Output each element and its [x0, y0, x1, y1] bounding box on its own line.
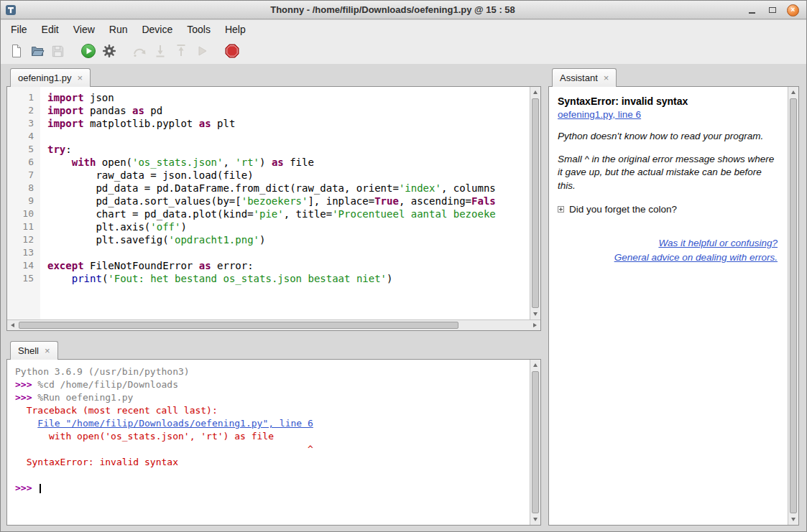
- menubar: FileEditViewRunDeviceToolsHelp: [1, 20, 806, 38]
- tab-shell[interactable]: Shell ×: [10, 341, 58, 360]
- advice-link[interactable]: General advice on dealing with errors.: [614, 252, 778, 263]
- shell-output[interactable]: Python 3.6.9 (/usr/bin/python3)>>> %cd /…: [7, 360, 530, 525]
- shell-tab-label: Shell: [18, 345, 39, 356]
- step-over-button[interactable]: [129, 42, 149, 61]
- scroll-down-arrow-icon[interactable]: [530, 309, 540, 319]
- new-file-icon: [9, 44, 24, 58]
- editor-hscroll-thumb[interactable]: [19, 322, 458, 329]
- shell-text-cursor: [40, 484, 41, 493]
- line-number-gutter: 123456789101112131415: [7, 87, 40, 319]
- scroll-down-arrow-icon[interactable]: [530, 514, 540, 525]
- debug-gear-icon: [102, 44, 116, 58]
- tab-assistant[interactable]: Assistant ×: [552, 68, 617, 87]
- menu-run[interactable]: Run: [102, 22, 135, 37]
- traceback-file-link[interactable]: File "/home/filip/Downloads/oefening1.py…: [37, 418, 313, 429]
- step-out-icon: [174, 44, 188, 58]
- assistant-error-title: SyntaxError: invalid syntax: [558, 95, 778, 107]
- open-folder-icon: [30, 44, 45, 58]
- assistant-explanation-1: Python doesn't know how to read your pro…: [558, 130, 778, 143]
- suggestion-label: Did you forget the colon?: [569, 204, 677, 215]
- suggestion-toggle[interactable]: Did you forget the colon?: [558, 204, 778, 215]
- scroll-up-arrow-icon[interactable]: [788, 87, 798, 98]
- shell-tabrow: Shell ×: [10, 341, 58, 360]
- maximize-icon: [769, 7, 776, 13]
- shell-vscroll-thumb[interactable]: [532, 371, 539, 513]
- step-into-button[interactable]: [150, 42, 170, 61]
- menu-tools[interactable]: Tools: [180, 22, 218, 37]
- scroll-right-arrow-icon[interactable]: [530, 320, 540, 330]
- shell-vertical-scrollbar[interactable]: [530, 360, 540, 525]
- editor-tabrow: oefening1.py ×: [10, 68, 91, 87]
- menu-device[interactable]: Device: [134, 22, 180, 37]
- window-controls: ×: [745, 1, 799, 19]
- scroll-left-arrow-icon[interactable]: [7, 320, 18, 330]
- thonny-window: Thonny - /home/filip/Downloads/oefening1…: [0, 0, 807, 532]
- save-file-button[interactable]: [48, 42, 68, 61]
- resume-button[interactable]: [192, 42, 211, 61]
- code-editor[interactable]: import jsonimport pandas as pdimport mat…: [40, 87, 530, 319]
- menu-file[interactable]: File: [4, 22, 34, 37]
- tab-close-icon[interactable]: ×: [77, 73, 83, 83]
- maximize-button[interactable]: [766, 4, 779, 17]
- assistant-tab-label: Assistant: [560, 73, 598, 83]
- run-script-button[interactable]: [78, 42, 98, 61]
- editor-vscroll-thumb[interactable]: [532, 98, 539, 308]
- step-into-icon: [153, 44, 167, 58]
- scroll-up-arrow-icon[interactable]: [530, 87, 540, 98]
- menu-view[interactable]: View: [66, 22, 102, 37]
- feedback-link[interactable]: Was it helpful or confusing?: [658, 238, 778, 248]
- main-area: oefening1.py × 123456789101112131415 imp…: [1, 64, 806, 531]
- open-file-button[interactable]: [27, 42, 47, 61]
- step-out-button[interactable]: [171, 42, 190, 61]
- editor-tab-label: oefening1.py: [18, 73, 71, 83]
- titlebar[interactable]: Thonny - /home/filip/Downloads/oefening1…: [1, 1, 806, 19]
- toolbar: [1, 38, 806, 64]
- new-file-button[interactable]: [6, 42, 26, 61]
- editor-horizontal-scrollbar[interactable]: [7, 319, 540, 330]
- error-location-link[interactable]: oefening1.py, line 6: [558, 109, 641, 120]
- minimize-button[interactable]: [745, 4, 758, 17]
- expand-plus-icon[interactable]: [558, 206, 564, 213]
- assistant-vertical-scrollbar[interactable]: [788, 87, 798, 525]
- assistant-feedback: Was it helpful or confusing? General adv…: [558, 236, 778, 266]
- menu-help[interactable]: Help: [218, 22, 253, 37]
- editor-frame: 123456789101112131415 import jsonimport …: [6, 86, 541, 331]
- tab-close-icon[interactable]: ×: [45, 346, 50, 355]
- tab-oefening1[interactable]: oefening1.py ×: [10, 68, 91, 87]
- menu-edit[interactable]: Edit: [34, 22, 66, 37]
- assistant-frame: SyntaxError: invalid syntax oefening1.py…: [548, 86, 799, 526]
- stop-restart-button[interactable]: [222, 42, 241, 61]
- scroll-down-arrow-icon[interactable]: [788, 514, 798, 525]
- scroll-up-arrow-icon[interactable]: [530, 360, 540, 370]
- assistant-explanation-2: Small ^ in the original error message sh…: [558, 153, 778, 192]
- shell-frame: Python 3.6.9 (/usr/bin/python3)>>> %cd /…: [6, 359, 541, 526]
- window-title: Thonny - /home/filip/Downloads/oefening1…: [44, 4, 742, 15]
- stop-sign-icon: [224, 43, 240, 59]
- step-over-icon: [132, 44, 147, 58]
- editor-vertical-scrollbar[interactable]: [530, 87, 540, 319]
- close-icon: ×: [791, 6, 796, 14]
- tab-close-icon[interactable]: ×: [604, 73, 609, 83]
- assistant-tabrow: Assistant ×: [552, 68, 617, 87]
- resume-play-icon: [195, 44, 209, 58]
- close-button[interactable]: ×: [787, 4, 799, 17]
- run-play-icon: [80, 43, 96, 59]
- assistant-vscroll-thumb[interactable]: [790, 98, 797, 513]
- debug-script-button[interactable]: [99, 42, 119, 61]
- save-floppy-icon: [51, 45, 65, 58]
- assistant-content: SyntaxError: invalid syntax oefening1.py…: [549, 87, 788, 525]
- app-icon: [5, 4, 17, 16]
- minimize-icon: [749, 12, 755, 14]
